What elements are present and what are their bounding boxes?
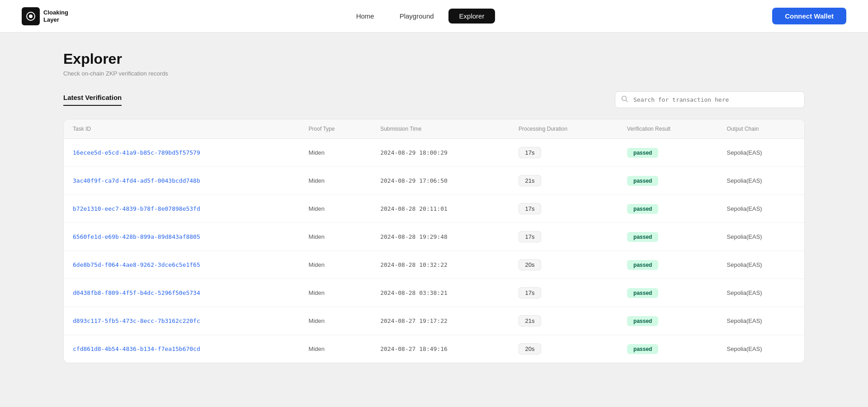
cell-submission-time: 2024-08-28 19:29:48 (371, 223, 509, 251)
verification-result-badge: passed (627, 204, 658, 214)
task-id-link[interactable]: 6560fe1d-e69b-428b-899a-89d843af8805 (73, 233, 200, 240)
verification-result-badge: passed (627, 316, 658, 326)
table-row: 16ecee5d-e5cd-41a9-b85c-789bd5f57579 Mid… (64, 139, 804, 167)
cell-submission-time: 2024-08-27 19:17:22 (371, 307, 509, 335)
col-header-output-chain: Output Chain (718, 119, 804, 139)
table-row: b72e1310-eec7-4839-b78f-8e07898e53fd Mid… (64, 195, 804, 223)
duration-badge: 17s (519, 203, 541, 214)
duration-badge: 17s (519, 147, 541, 158)
cell-proof-type: Miden (300, 279, 372, 307)
cell-submission-time: 2024-08-28 03:38:21 (371, 279, 509, 307)
cell-submission-time: 2024-08-28 20:11:01 (371, 195, 509, 223)
cell-proof-type: Miden (300, 223, 372, 251)
cell-proof-type: Miden (300, 251, 372, 279)
cell-output-chain: Sepolia(EAS) (718, 139, 804, 167)
col-header-task-id: Task ID (64, 119, 300, 139)
nav-item-explorer[interactable]: Explorer (448, 9, 495, 24)
duration-badge: 21s (519, 315, 541, 327)
cell-output-chain: Sepolia(EAS) (718, 195, 804, 223)
task-id-link[interactable]: 16ecee5d-e5cd-41a9-b85c-789bd5f57579 (73, 149, 200, 156)
cell-task-id: d893c117-5fb5-473c-8ecc-7b3162c220fc (64, 307, 300, 335)
cell-output-chain: Sepolia(EAS) (718, 251, 804, 279)
verification-result-badge: passed (627, 148, 658, 158)
cell-output-chain: Sepolia(EAS) (718, 335, 804, 363)
cell-verification-result: passed (618, 167, 718, 195)
logo-icon (22, 7, 40, 25)
verification-result-badge: passed (627, 232, 658, 242)
verification-result-badge: passed (627, 344, 658, 354)
logo: Cloaking Layer (22, 7, 68, 25)
cell-verification-result: passed (618, 307, 718, 335)
cell-processing-duration: 17s (509, 195, 618, 223)
cell-task-id: 3ac40f9f-ca7d-4fd4-ad5f-0043bcdd748b (64, 167, 300, 195)
table-header-row: Task ID Proof Type Submission Time Proce… (64, 119, 804, 139)
cell-task-id: cfd861d8-4b54-4836-b134-f7ea15b670cd (64, 335, 300, 363)
table-row: 3ac40f9f-ca7d-4fd4-ad5f-0043bcdd748b Mid… (64, 167, 804, 195)
nav-menu: Home Playground Explorer (345, 9, 495, 24)
cell-output-chain: Sepolia(EAS) (718, 223, 804, 251)
cell-processing-duration: 20s (509, 251, 618, 279)
section-header: Latest Verification (63, 91, 805, 108)
task-id-link[interactable]: cfd861d8-4b54-4836-b134-f7ea15b670cd (73, 345, 200, 352)
cell-proof-type: Miden (300, 307, 372, 335)
table-row: 6560fe1d-e69b-428b-899a-89d843af8805 Mid… (64, 223, 804, 251)
navbar: Cloaking Layer Home Playground Explorer … (0, 0, 868, 33)
cell-proof-type: Miden (300, 195, 372, 223)
cell-submission-time: 2024-08-27 18:49:16 (371, 335, 509, 363)
search-icon (621, 95, 628, 104)
svg-line-3 (626, 100, 628, 102)
cell-task-id: 16ecee5d-e5cd-41a9-b85c-789bd5f57579 (64, 139, 300, 167)
nav-item-home[interactable]: Home (345, 9, 385, 24)
search-container (615, 91, 805, 108)
cell-submission-time: 2024-08-29 18:00:29 (371, 139, 509, 167)
col-header-proof-type: Proof Type (300, 119, 372, 139)
connect-wallet-button[interactable]: Connect Wallet (772, 8, 846, 24)
duration-badge: 21s (519, 175, 541, 186)
cell-task-id: 6560fe1d-e69b-428b-899a-89d843af8805 (64, 223, 300, 251)
cell-processing-duration: 21s (509, 307, 618, 335)
cell-task-id: d0438fb8-f809-4f5f-b4dc-5296f50e5734 (64, 279, 300, 307)
task-id-link[interactable]: 3ac40f9f-ca7d-4fd4-ad5f-0043bcdd748b (73, 177, 200, 184)
cell-task-id: 6de8b75d-f064-4ae8-9262-3dce6c5e1f65 (64, 251, 300, 279)
verification-table: Task ID Proof Type Submission Time Proce… (63, 119, 805, 363)
cell-proof-type: Miden (300, 335, 372, 363)
nav-item-playground[interactable]: Playground (389, 9, 445, 24)
svg-point-1 (29, 14, 33, 18)
col-header-submission-time: Submission Time (371, 119, 509, 139)
task-id-link[interactable]: d0438fb8-f809-4f5f-b4dc-5296f50e5734 (73, 289, 200, 296)
cell-processing-duration: 20s (509, 335, 618, 363)
verification-result-badge: passed (627, 288, 658, 298)
cell-verification-result: passed (618, 279, 718, 307)
table-row: cfd861d8-4b54-4836-b134-f7ea15b670cd Mid… (64, 335, 804, 363)
cell-verification-result: passed (618, 223, 718, 251)
verification-result-badge: passed (627, 176, 658, 186)
table-row: d893c117-5fb5-473c-8ecc-7b3162c220fc Mid… (64, 307, 804, 335)
cell-proof-type: Miden (300, 167, 372, 195)
duration-badge: 17s (519, 231, 541, 242)
table-row: d0438fb8-f809-4f5f-b4dc-5296f50e5734 Mid… (64, 279, 804, 307)
cell-output-chain: Sepolia(EAS) (718, 279, 804, 307)
logo-text: Cloaking Layer (43, 9, 68, 23)
task-id-link[interactable]: 6de8b75d-f064-4ae8-9262-3dce6c5e1f65 (73, 261, 200, 268)
cell-processing-duration: 17s (509, 279, 618, 307)
cell-verification-result: passed (618, 335, 718, 363)
duration-badge: 20s (519, 343, 541, 355)
col-header-processing-duration: Processing Duration (509, 119, 618, 139)
table-row: 6de8b75d-f064-4ae8-9262-3dce6c5e1f65 Mid… (64, 251, 804, 279)
duration-badge: 17s (519, 287, 541, 298)
cell-task-id: b72e1310-eec7-4839-b78f-8e07898e53fd (64, 195, 300, 223)
search-input[interactable] (615, 91, 805, 108)
cell-output-chain: Sepolia(EAS) (718, 307, 804, 335)
cell-submission-time: 2024-08-28 10:32:22 (371, 251, 509, 279)
cell-verification-result: passed (618, 195, 718, 223)
page-title: Explorer (63, 51, 805, 67)
latest-verification-tab[interactable]: Latest Verification (63, 94, 122, 106)
page-subtitle: Check on-chain ZKP verification records (63, 70, 805, 77)
verification-result-badge: passed (627, 260, 658, 270)
cell-processing-duration: 17s (509, 223, 618, 251)
cell-verification-result: passed (618, 251, 718, 279)
cell-processing-duration: 17s (509, 139, 618, 167)
task-id-link[interactable]: b72e1310-eec7-4839-b78f-8e07898e53fd (73, 205, 200, 212)
task-id-link[interactable]: d893c117-5fb5-473c-8ecc-7b3162c220fc (73, 317, 200, 324)
cell-processing-duration: 21s (509, 167, 618, 195)
